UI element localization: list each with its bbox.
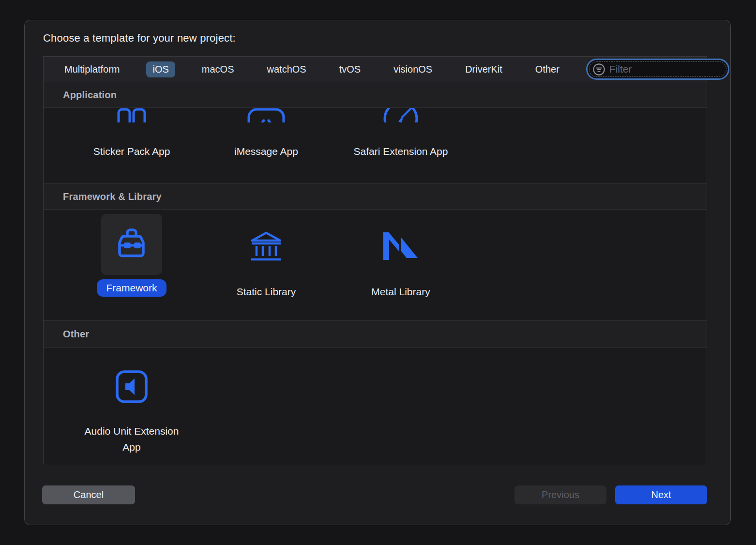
application-items-row: Sticker Pack App iMessage App [44, 108, 707, 184]
tab-tvos[interactable]: tvOS [333, 61, 367, 77]
section-header-label: Framework & Library [63, 191, 162, 202]
filter-field[interactable] [586, 59, 729, 80]
framework-library-items-row: Framework Static Library [44, 210, 707, 321]
filter-input[interactable] [609, 63, 721, 75]
section-header-framework-library: Framework & Library [44, 184, 707, 210]
sticker-pack-icon [93, 108, 170, 122]
section-header-other: Other [44, 321, 707, 348]
template-item-imessage-app[interactable]: iMessage App [199, 108, 333, 183]
template-item-label: iMessage App [234, 143, 298, 159]
tab-multiplatform[interactable]: Multiplatform [58, 61, 126, 77]
tab-visionos[interactable]: visionOS [387, 61, 438, 77]
metal-logo-icon [383, 210, 418, 275]
next-button[interactable]: Next [615, 485, 707, 504]
dialog-title: Choose a template for your new project: [43, 32, 236, 45]
other-items-row: Audio Unit Extension App [44, 348, 707, 465]
section-header-label: Application [63, 90, 117, 101]
cancel-button[interactable]: Cancel [42, 485, 135, 504]
template-item-label: Metal Library [371, 284, 430, 300]
toolbox-icon [112, 224, 151, 265]
filter-circle-icon [592, 63, 605, 76]
template-item-safari-extension-app[interactable]: Safari Extension App [333, 108, 468, 183]
tab-other[interactable]: Other [529, 61, 566, 77]
section-header-application: Application [44, 82, 707, 108]
library-building-icon [250, 210, 282, 275]
template-chooser: Multiplatform iOS macOS watchOS tvOS vis… [43, 56, 707, 464]
platform-tabbar: Multiplatform iOS macOS watchOS tvOS vis… [44, 57, 707, 82]
tab-driverkit[interactable]: DriverKit [459, 61, 509, 77]
template-item-static-library[interactable]: Static Library [199, 210, 333, 320]
template-item-label: Sticker Pack App [93, 143, 170, 159]
template-item-label: Static Library [237, 284, 296, 300]
tab-watchos[interactable]: watchOS [261, 61, 313, 77]
template-item-audio-unit-extension-app[interactable]: Audio Unit Extension App [64, 348, 199, 465]
tab-ios[interactable]: iOS [146, 61, 175, 77]
imessage-bubble-icon [227, 108, 305, 122]
tab-macos[interactable]: macOS [196, 61, 241, 77]
template-item-label: Audio Unit Extension App [80, 423, 183, 455]
speaker-icon [116, 370, 148, 425]
previous-button[interactable]: Previous [514, 485, 606, 504]
new-project-dialog: Choose a template for your new project: … [24, 20, 731, 525]
section-header-label: Other [63, 329, 89, 340]
selected-item-tile [101, 214, 162, 275]
template-item-label-selected: Framework [97, 279, 166, 297]
template-item-sticker-pack-app[interactable]: Sticker Pack App [64, 108, 199, 183]
template-item-metal-library[interactable]: Metal Library [333, 210, 468, 320]
safari-compass-icon [362, 108, 439, 122]
template-item-label: Safari Extension App [354, 143, 448, 159]
template-item-framework[interactable]: Framework [64, 210, 199, 320]
